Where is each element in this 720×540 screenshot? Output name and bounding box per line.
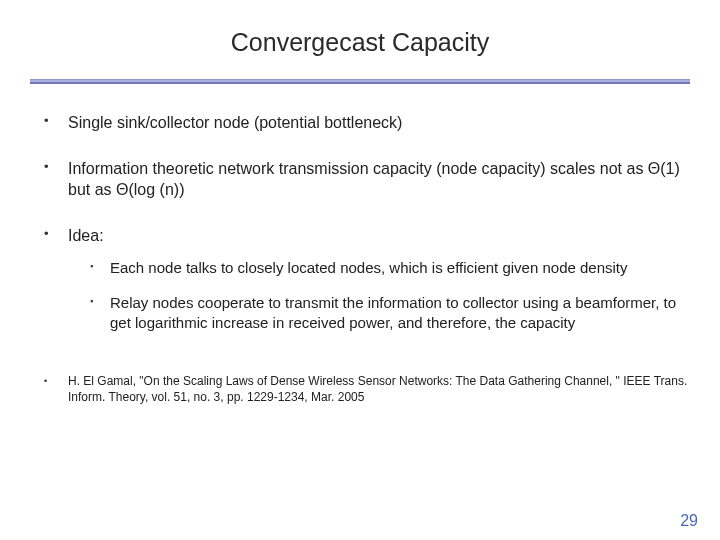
slide: Convergecast Capacity Single sink/collec… — [0, 0, 720, 540]
title-rule — [30, 79, 690, 84]
page-number: 29 — [680, 512, 698, 530]
bullet-text: Idea: — [68, 225, 690, 247]
sub-bullet-item: Each node talks to closely located nodes… — [86, 258, 690, 278]
bullet-item: Single sink/collector node (potential bo… — [36, 112, 690, 134]
bullet-text: Information theoretic network transmissi… — [68, 160, 680, 199]
slide-title: Convergecast Capacity — [30, 28, 690, 57]
sub-bullet-list: Each node talks to closely located nodes… — [68, 258, 690, 333]
sub-bullet-text: Relay nodes cooperate to transmit the in… — [110, 294, 676, 331]
bullet-item: Idea: Each node talks to closely located… — [36, 225, 690, 333]
reference-text: H. El Gamal, "On the Scaling Laws of Den… — [68, 374, 687, 404]
bullet-list: Single sink/collector node (potential bo… — [30, 112, 690, 406]
sub-bullet-item: Relay nodes cooperate to transmit the in… — [86, 293, 690, 334]
bullet-item: Information theoretic network transmissi… — [36, 158, 690, 201]
reference-item: H. El Gamal, "On the Scaling Laws of Den… — [36, 373, 690, 405]
bullet-text: Single sink/collector node (potential bo… — [68, 114, 402, 131]
sub-bullet-text: Each node talks to closely located nodes… — [110, 259, 628, 276]
